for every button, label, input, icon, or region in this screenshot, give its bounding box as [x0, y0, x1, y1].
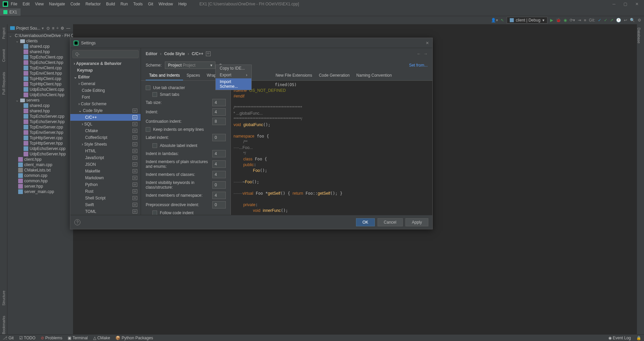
tree-file[interactable]: TcpEnviServer.cpp [7, 124, 73, 130]
tree-file[interactable]: server.hpp [7, 184, 73, 189]
st-sql[interactable]: › SQL▭ [70, 121, 141, 127]
coverage-icon[interactable]: ◉ [564, 18, 567, 23]
menu-file[interactable]: File [8, 0, 20, 8]
tree-file[interactable]: common.hpp [7, 178, 73, 184]
menu-help[interactable]: Help [176, 0, 189, 8]
input-namespace[interactable] [212, 192, 226, 199]
st-shell[interactable]: Shell Script▭ [70, 195, 141, 201]
input-plain[interactable] [212, 160, 226, 168]
push-icon[interactable]: ↗ [610, 18, 613, 23]
menu-refactor[interactable]: Refactor [83, 0, 103, 8]
tree-file[interactable]: TcpEchoServer.cpp [7, 114, 73, 119]
tab-spaces[interactable]: Spaces [183, 71, 203, 80]
collapse-icon[interactable]: ÷ [56, 26, 59, 31]
tree-file[interactable]: shared.hpp [7, 49, 73, 54]
checkbox-usetab[interactable] [146, 85, 150, 90]
tree-file[interactable]: CMakeLists.txt [7, 167, 73, 173]
expand-all-icon[interactable]: ≡ [52, 26, 54, 31]
st-swift[interactable]: Swift▭ [70, 201, 141, 208]
st-makefile[interactable]: Makefile▭ [70, 168, 141, 175]
tab-code-gen[interactable]: Code Generation [316, 71, 353, 80]
status-problems[interactable]: ⊘ Problems [41, 336, 62, 340]
st-python[interactable]: Python▭ [70, 181, 141, 188]
gutter-pull-requests[interactable]: Pull Requests [2, 72, 6, 95]
tree-file[interactable]: TcpHttpServer.cpp [7, 135, 73, 141]
menu-navigate[interactable]: Navigate [46, 0, 68, 8]
st-editor[interactable]: ⌄ Editor [70, 74, 141, 80]
st-c-cpp[interactable]: C/C++▭ [70, 114, 141, 121]
forward-icon[interactable]: → [424, 51, 428, 56]
tree-file[interactable]: UdpEchoClient.cpp [7, 87, 73, 92]
gutter-commit[interactable]: Commit [2, 49, 6, 62]
st-js[interactable]: JavaScript▭ [70, 154, 141, 161]
apply-button[interactable]: Apply [405, 218, 428, 226]
checkbox-abs-label[interactable] [152, 143, 157, 148]
status-cmake[interactable]: △ CMake [93, 336, 110, 340]
menu-build[interactable]: Build [103, 0, 118, 8]
st-keymap[interactable]: Keymap [70, 67, 141, 74]
update-icon[interactable]: ✓ [598, 18, 601, 23]
tree-file[interactable]: UdpEchoServer.hpp [7, 151, 73, 157]
settings-search[interactable]: Q- [72, 50, 139, 58]
tree-file[interactable]: TcpEnviClient.cpp [7, 65, 73, 71]
input-preprocessor[interactable] [212, 201, 226, 209]
gutter-database[interactable]: Database [637, 28, 641, 43]
tab-new-file-ext[interactable]: New File Extensions [272, 71, 316, 80]
tree-file[interactable]: TcpHttpClient.hpp [7, 81, 73, 87]
settings-icon[interactable]: ⚙ [638, 18, 641, 23]
tree-file[interactable]: TcpEchoServer.hpp [7, 119, 73, 124]
st-coffee[interactable]: CoffeeScript▭ [70, 134, 141, 141]
menu-code[interactable]: Code [68, 0, 83, 8]
st-code-style[interactable]: ⌄ Code Style▭ [70, 107, 141, 114]
st-markdown[interactable]: Markdown▭ [70, 175, 141, 181]
tab-naming[interactable]: Naming Convention [353, 71, 395, 80]
st-font[interactable]: Font [70, 94, 141, 101]
project-panel-title[interactable]: Project Sou... [16, 26, 40, 31]
st-rust[interactable]: Rust▭ [70, 188, 141, 195]
tree-file[interactable]: UdpEchoServer.cpp [7, 146, 73, 151]
run-icon[interactable]: ▶ [550, 18, 553, 23]
tree-file[interactable]: shared.cpp [7, 44, 73, 49]
st-toml[interactable]: TOML▭ [70, 208, 141, 215]
ok-button[interactable]: OK [356, 218, 374, 226]
close-icon[interactable]: ✕ [426, 41, 429, 45]
gutter-project[interactable]: Project [2, 28, 6, 39]
gutter-bookmarks[interactable]: Bookmarks [2, 316, 6, 334]
chevron-down-icon[interactable]: ▾ [42, 26, 44, 31]
status-eventlog[interactable]: ◉ Event Log [608, 336, 631, 340]
tree-file[interactable]: TcpEnviServer.hpp [7, 130, 73, 135]
input-classes[interactable] [212, 171, 226, 178]
stop-icon[interactable]: ■ [584, 18, 586, 23]
st-html[interactable]: HTML▭ [70, 148, 141, 154]
status-python-packages[interactable]: 📦 Python Packages [115, 336, 153, 340]
st-color-scheme[interactable]: › Color Scheme [70, 101, 141, 107]
back-icon[interactable]: ← [417, 51, 421, 56]
tree-file[interactable]: TcpEchoClient.cpp [7, 54, 73, 60]
search-icon[interactable]: 🔍 [630, 18, 635, 23]
scheme-select[interactable]: Project Project ▾ [165, 62, 215, 69]
checkbox-follow-code[interactable] [152, 211, 157, 215]
tree-file[interactable]: client_main.cpp [7, 162, 73, 167]
run-config-select[interactable]: client | Debug ▾ [507, 17, 547, 24]
tree-file[interactable]: TcpEchoClient.hpp [7, 60, 73, 65]
tree-file[interactable]: TcpEnviClient.hpp [7, 71, 73, 76]
input-continuation[interactable] [212, 118, 226, 125]
tree-file[interactable]: client.hpp [7, 157, 73, 162]
gear-icon[interactable]: ⚙ [61, 26, 64, 31]
close-button[interactable]: ✕ [633, 0, 641, 8]
status-todo[interactable]: ☑ TODO [19, 336, 36, 340]
add-config-icon[interactable]: 👤▾ [491, 18, 498, 23]
input-indent[interactable] [212, 108, 226, 116]
menu-run[interactable]: Run [118, 0, 131, 8]
minimize-button[interactable]: ─ [610, 0, 618, 8]
tree-file[interactable]: shared.cpp [7, 103, 73, 108]
menu-window[interactable]: Window [156, 0, 176, 8]
debug-icon[interactable]: 🐞 [556, 18, 561, 23]
st-stylesheets[interactable]: › Style Sheets▭ [70, 141, 141, 148]
tree-root[interactable]: ⌄C:\Users\abous\OneDrive - FH OOe\V [7, 33, 73, 38]
input-label-indent[interactable] [212, 134, 226, 141]
st-code-editing[interactable]: Code Editing [70, 87, 141, 94]
set-from-link[interactable]: Set from... [409, 63, 428, 68]
history-icon[interactable]: 🕐 [616, 18, 621, 23]
menu-git[interactable]: Git [145, 0, 156, 8]
